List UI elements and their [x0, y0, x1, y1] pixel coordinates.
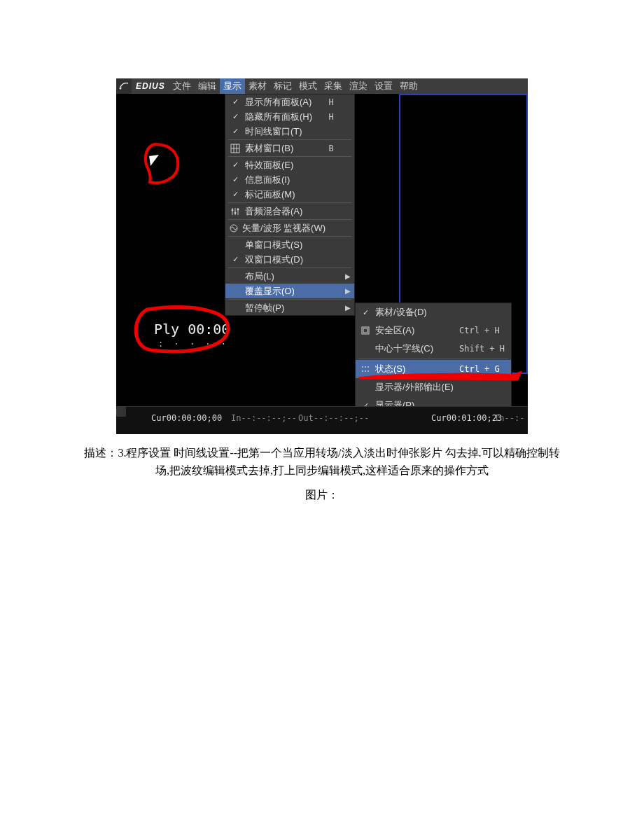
- svg-rect-12: [363, 328, 368, 333]
- menu-item-6[interactable]: 采集: [321, 78, 346, 94]
- menu-item-label: 覆盖显示(O): [245, 285, 321, 298]
- menu-item[interactable]: 素材窗口(B)B: [225, 141, 354, 155]
- menu-item-shortcut: H: [321, 97, 342, 107]
- submenu-item[interactable]: ✓素材/设备(D): [356, 303, 511, 321]
- caption-label: 图片：: [80, 486, 564, 503]
- menu-item-label: 特效面板(E): [245, 159, 321, 172]
- menu-item-label: 时间线窗口(T): [245, 125, 321, 138]
- out-readout-left: Out--:--:--;--: [298, 413, 369, 423]
- menu-item-2[interactable]: 显示: [220, 78, 245, 94]
- menu-item-4[interactable]: 标记: [270, 78, 295, 94]
- menu-separator: [228, 299, 351, 300]
- menu-item-shortcut: H: [321, 112, 342, 122]
- menu-item-label: 矢量/波形 监视器(W): [242, 222, 326, 235]
- menu-item[interactable]: 布局(L)▶: [225, 269, 354, 284]
- submenu-item[interactable]: 中心十字线(C)Shift + H: [356, 340, 511, 358]
- svg-point-8: [234, 211, 237, 214]
- description-text: 3.程序设置 时间线设置--把第一个当应用转场/淡入淡出时伸张影片 勾去掉.可以…: [118, 447, 559, 476]
- svg-point-7: [232, 209, 234, 211]
- menu-item[interactable]: 暂停帧(P)▶: [225, 300, 354, 315]
- submenu-item-label: 显示器/外部输出(E): [375, 381, 459, 394]
- svg-point-13: [362, 366, 363, 368]
- menu-item[interactable]: 音频混合器(A): [225, 204, 354, 218]
- menu-item-label: 音频混合器(A): [245, 205, 321, 218]
- menu-separator: [228, 156, 351, 157]
- app-name: EDIUS: [132, 81, 169, 91]
- annotation-circle-1: [136, 139, 186, 189]
- app-logo: [116, 78, 132, 94]
- menu-item-9[interactable]: 帮助: [396, 78, 421, 94]
- annotation-circle-2: [130, 303, 231, 356]
- menu-separator: [228, 219, 351, 220]
- submenu-arrow-icon: ▶: [342, 287, 354, 295]
- menu-item-8[interactable]: 设置: [371, 78, 396, 94]
- triangle-icon: [149, 155, 160, 166]
- wave-icon: [229, 223, 239, 233]
- svg-point-9: [237, 208, 239, 210]
- menu-item[interactable]: ✓隐藏所有面板(H)H: [225, 109, 354, 124]
- in-readout-left: In--:--:--;--: [231, 413, 297, 423]
- menu-separator: [228, 202, 351, 203]
- menu-item[interactable]: ✓显示所有面板(A)H: [225, 95, 354, 109]
- sliders-icon: [230, 207, 240, 216]
- time-bar: Cur00:00:00;00 In--:--:--;-- Out--:--:--…: [116, 406, 528, 434]
- menu-bar: EDIUS 文件编辑显示素材标记模式采集渲染设置帮助: [116, 78, 528, 94]
- submenu-item-shortcut: Ctrl + H: [459, 326, 511, 335]
- submenu-item-label: 素材/设备(D): [375, 306, 459, 319]
- menu-item[interactable]: ✓信息面板(I): [225, 172, 354, 187]
- menu-item-1[interactable]: 编辑: [195, 78, 220, 94]
- submenu-item[interactable]: 安全区(A)Ctrl + H: [356, 321, 511, 340]
- description-prefix: 描述：: [84, 447, 118, 459]
- annotation-underline: [358, 371, 523, 381]
- menu-separator: [228, 236, 351, 237]
- submenu-item-shortcut: Shift + H: [459, 344, 511, 354]
- grid-icon: [230, 144, 240, 153]
- box-icon: [360, 326, 370, 335]
- screenshot: EDIUS 文件编辑显示素材标记模式采集渲染设置帮助 ✓显示所有面板(A)H✓隐…: [116, 78, 528, 434]
- menu-item-label: 隐藏所有面板(H): [245, 111, 321, 123]
- overlay-display-submenu: ✓素材/设备(D)安全区(A)Ctrl + H中心十字线(C)Shift + H…: [355, 303, 512, 415]
- submenu-item-label: 安全区(A): [375, 324, 459, 337]
- menu-item[interactable]: ✓双窗口模式(D): [225, 252, 354, 267]
- menu-item-3[interactable]: 素材: [245, 78, 270, 94]
- document-page: EDIUS 文件编辑显示素材标记模式采集渲染设置帮助 ✓显示所有面板(A)H✓隐…: [0, 0, 644, 834]
- submenu-item-label: 中心十字线(C): [375, 342, 459, 355]
- submenu-arrow-icon: ▶: [342, 304, 354, 312]
- menu-item-label: 标记面板(M): [245, 188, 321, 201]
- menu-item-7[interactable]: 渲染: [346, 78, 371, 94]
- menu-item-label: 布局(L): [245, 270, 321, 283]
- menu-item[interactable]: 矢量/波形 监视器(W): [225, 221, 354, 235]
- menu-separator: [358, 359, 508, 359]
- cur-readout-left: Cur00:00:00;00: [151, 413, 222, 423]
- menu-item[interactable]: ✓特效面板(E): [225, 158, 354, 172]
- display-menu-dropdown: ✓显示所有面板(A)H✓隐藏所有面板(H)H✓时间线窗口(T)素材窗口(B)B✓…: [225, 94, 355, 316]
- menu-item-label: 显示所有面板(A): [245, 96, 321, 109]
- svg-point-14: [365, 366, 366, 368]
- menu-item-label: 暂停帧(P): [245, 302, 321, 314]
- menu-item[interactable]: 单窗口模式(S): [225, 237, 354, 252]
- menu-item[interactable]: 覆盖显示(O)▶: [225, 284, 354, 298]
- svg-point-15: [368, 366, 369, 368]
- cur-readout-right: Cur00:01:00;23: [431, 413, 502, 423]
- menu-item-label: 双窗口模式(D): [245, 253, 321, 266]
- menu-item[interactable]: ✓时间线窗口(T): [225, 124, 354, 139]
- in-readout-right: In--:-: [494, 413, 524, 423]
- menu-item-shortcut: B: [321, 144, 342, 153]
- clip-icon: [116, 407, 126, 417]
- menu-item-0[interactable]: 文件: [169, 78, 195, 94]
- menu-item-label: 单窗口模式(S): [245, 239, 321, 251]
- submenu-arrow-icon: ▶: [342, 272, 354, 280]
- menu-item[interactable]: ✓标记面板(M): [225, 187, 354, 202]
- menu-item-5[interactable]: 模式: [295, 78, 321, 94]
- menu-item-label: 素材窗口(B): [245, 142, 321, 155]
- menu-item-label: 信息面板(I): [245, 174, 321, 186]
- menu-separator: [228, 139, 351, 140]
- description-block: 描述：3.程序设置 时间线设置--把第一个当应用转场/淡入淡出时伸张影片 勾去掉…: [80, 444, 564, 503]
- menu-separator: [228, 267, 351, 268]
